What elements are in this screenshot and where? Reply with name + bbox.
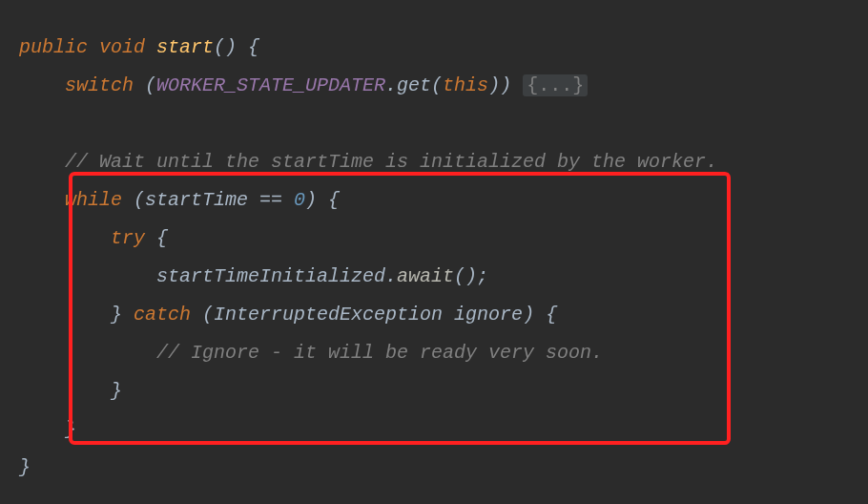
indent xyxy=(19,74,65,96)
brace-close: } xyxy=(111,304,122,326)
exception-type: InterruptedException ignore xyxy=(214,304,523,326)
code-line-11: } xyxy=(19,449,849,487)
brace-close: } xyxy=(65,418,76,440)
method-get: .get( xyxy=(385,74,443,96)
code-line-9: } xyxy=(19,372,849,410)
indent xyxy=(19,380,111,402)
eq-op: == xyxy=(248,189,294,211)
code-line-10: } xyxy=(19,410,849,449)
parens-semi: (); xyxy=(454,265,488,287)
folded-block[interactable]: {...} xyxy=(523,74,588,96)
code-line-1: public void start() { xyxy=(19,29,849,67)
code-line-2: switch (WORKER_STATE_UPDATER.get(this)) … xyxy=(19,67,849,105)
indent xyxy=(19,151,65,173)
code-line-8: // Ignore - it will be ready very soon. xyxy=(19,334,849,372)
dot: . xyxy=(385,265,397,287)
comment-ignore: // Ignore - it will be ready very soon. xyxy=(156,342,603,364)
indent xyxy=(19,418,65,440)
code-line-3: // Wait until the startTime is initializ… xyxy=(19,143,849,181)
keyword-this: this xyxy=(443,74,488,96)
indent xyxy=(19,189,65,211)
code-line-6: startTimeInitialized.await(); xyxy=(19,258,849,296)
keyword-while: while xyxy=(65,189,122,211)
keyword-catch: catch xyxy=(122,304,202,326)
code-line-7: } catch (InterruptedException ignore) { xyxy=(19,296,849,334)
keyword-void: void xyxy=(99,36,145,58)
paren-open: ( xyxy=(202,304,214,326)
indent xyxy=(19,304,111,326)
var-starttime: startTime xyxy=(145,189,248,211)
close-parens: )) xyxy=(488,74,523,96)
method-await: await xyxy=(397,265,454,287)
brace-open: { xyxy=(145,227,168,249)
code-line-4: while (startTime == 0) { xyxy=(19,181,849,220)
indent xyxy=(19,227,111,249)
keyword-switch: switch xyxy=(65,74,134,96)
parens: () xyxy=(214,36,237,58)
paren-open: ( xyxy=(122,189,145,211)
method-name: start xyxy=(156,36,214,58)
keyword-public: public xyxy=(19,36,88,58)
code-line-blank xyxy=(19,105,849,143)
paren-open: ( xyxy=(134,74,156,96)
indent xyxy=(19,342,156,364)
literal-zero: 0 xyxy=(294,189,305,211)
comment-wait: // Wait until the startTime is initializ… xyxy=(65,151,717,173)
code-line-5: try { xyxy=(19,220,849,258)
indent xyxy=(19,265,156,287)
close-brace: ) { xyxy=(523,304,557,326)
brace-close: } xyxy=(111,380,122,402)
brace-close: } xyxy=(19,456,31,478)
close-brace: ) { xyxy=(305,189,340,211)
brace-open: { xyxy=(237,36,259,58)
var-starttimeinit: startTimeInitialized xyxy=(156,265,385,287)
code-block: public void start() { switch (WORKER_STA… xyxy=(19,29,849,487)
keyword-try: try xyxy=(111,227,145,249)
static-constant: WORKER_STATE_UPDATER xyxy=(156,74,385,96)
